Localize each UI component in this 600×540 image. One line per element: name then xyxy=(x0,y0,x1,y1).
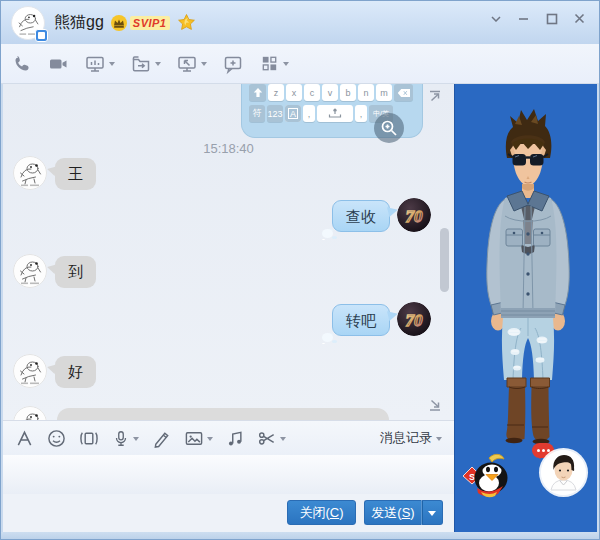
message-timestamp: 15:18:40 xyxy=(3,141,454,156)
message-bubble-incoming: 王 xyxy=(55,158,96,190)
contact-name: 熊猫gg xyxy=(54,12,104,33)
apps-dropdown[interactable] xyxy=(283,62,289,69)
window-controls xyxy=(486,9,589,28)
chat-column: zxcvbnm 符123A,,中/英 15:18:40 xyxy=(3,84,454,532)
message-row xyxy=(3,406,454,420)
video-call-button[interactable] xyxy=(47,53,69,75)
chat-scrollbar-thumb[interactable] xyxy=(440,228,449,292)
image-dropdown[interactable] xyxy=(207,437,213,444)
emoji-button[interactable] xyxy=(47,429,66,448)
message-bubble-outgoing: 查收 xyxy=(332,200,390,232)
message-list: zxcvbnm 符123A,,中/英 15:18:40 xyxy=(3,84,454,420)
keyboard-key-,: , xyxy=(355,105,367,122)
keyboard-key-b: b xyxy=(340,84,356,101)
peer-avatar[interactable] xyxy=(13,406,47,420)
history-dropdown-icon xyxy=(436,437,442,444)
keyboard-key-,: , xyxy=(303,105,315,122)
keyboard-key-c: c xyxy=(304,84,320,101)
screen-demo-dropdown[interactable] xyxy=(109,62,115,69)
qq-chat-window: 熊猫gg SVIP1 xyxy=(0,0,600,540)
vip-badge[interactable]: SVIP1 xyxy=(110,14,171,32)
scroll-to-bottom-icon[interactable] xyxy=(428,398,442,416)
keyboard-key-v: v xyxy=(322,84,338,101)
message-row: 好 xyxy=(3,354,454,394)
screen-demo-button[interactable] xyxy=(84,53,115,75)
send-button-group: 发送(S) xyxy=(364,500,443,525)
create-group-chat-button[interactable] xyxy=(222,53,244,75)
chat-options-dropdown-icon[interactable] xyxy=(486,9,505,28)
minimize-button[interactable] xyxy=(514,9,533,28)
composer-buttons: 关闭(C) 发送(S) xyxy=(3,494,454,531)
peer-avatar[interactable] xyxy=(13,254,47,288)
message-row: 到 xyxy=(3,254,454,294)
keyboard-key-123: 123 xyxy=(267,105,283,122)
apps-grid-button[interactable] xyxy=(259,53,289,74)
screenshot-dropdown[interactable] xyxy=(280,437,286,444)
voice-message-button[interactable] xyxy=(112,429,139,448)
send-options-dropdown[interactable] xyxy=(421,500,443,525)
doodle-pen-button[interactable] xyxy=(152,429,171,448)
remote-desktop-dropdown[interactable] xyxy=(201,62,207,69)
vip-level-label: SVIP1 xyxy=(130,16,171,30)
file-transfer-button[interactable] xyxy=(130,53,161,75)
composer-toolbar: 消息记录 xyxy=(3,420,454,455)
keyboard-key-m: m xyxy=(376,84,392,101)
file-transfer-dropdown[interactable] xyxy=(155,62,161,69)
self-avatar[interactable]: 70 xyxy=(397,302,431,336)
remote-desktop-button[interactable] xyxy=(176,53,207,75)
keyboard-key-符: 符 xyxy=(249,105,265,122)
magnifier-icon xyxy=(374,113,404,143)
mobile-device-badge-icon xyxy=(35,29,48,42)
screenshot-scissors-button[interactable] xyxy=(257,429,286,448)
titlebar: 熊猫gg SVIP1 xyxy=(1,1,599,44)
message-bubble-incoming xyxy=(57,408,389,420)
svg-text:S: S xyxy=(469,472,475,482)
message-row: 70 查收 xyxy=(3,198,454,238)
close-chat-button[interactable]: 关闭(C) xyxy=(287,500,356,525)
keyboard-key-n: n xyxy=(358,84,374,101)
window-bottom-border xyxy=(1,532,599,539)
message-bubble-outgoing: 转吧 xyxy=(332,304,390,336)
image-button[interactable] xyxy=(184,429,213,448)
peer-avatar[interactable] xyxy=(13,156,47,190)
keyboard-key-x: x xyxy=(286,84,302,101)
window-shake-button[interactable] xyxy=(79,429,99,448)
level-star-icon xyxy=(177,13,196,32)
main-area: zxcvbnm 符123A,,中/英 15:18:40 xyxy=(3,84,597,532)
svg-text:70: 70 xyxy=(406,311,424,330)
maximize-button[interactable] xyxy=(542,9,561,28)
voice-dropdown[interactable] xyxy=(133,437,139,444)
contact-avatar[interactable] xyxy=(11,6,45,40)
message-row: 王 xyxy=(3,156,454,196)
keyboard-row-1: zxcvbnm xyxy=(249,84,415,101)
message-history-label: 消息记录 xyxy=(380,429,432,447)
message-bubble-incoming: 好 xyxy=(55,356,96,388)
message-row: 70 转吧 xyxy=(3,302,454,342)
send-button[interactable]: 发送(S) xyxy=(364,500,421,525)
keyboard-key-A: A xyxy=(285,105,301,122)
keyboard-key-space xyxy=(317,105,353,122)
qq-show-panel: S xyxy=(454,84,597,532)
keyboard-key-shift xyxy=(249,84,266,101)
font-button[interactable] xyxy=(15,429,34,448)
call-toolbar xyxy=(1,44,599,84)
contact-photo-avatar[interactable] xyxy=(541,450,586,495)
close-button[interactable] xyxy=(570,9,589,28)
keyboard-key-z: z xyxy=(268,84,284,101)
qq-penguin-icon[interactable]: S xyxy=(461,452,513,498)
vip-crown-icon xyxy=(110,14,128,32)
message-history-button[interactable]: 消息记录 xyxy=(380,429,442,447)
voice-call-button[interactable] xyxy=(11,53,32,74)
peer-avatar[interactable] xyxy=(13,354,47,388)
self-avatar[interactable]: 70 xyxy=(397,198,431,232)
shared-keyboard-image: zxcvbnm 符123A,,中/英 xyxy=(241,84,423,138)
svg-text:70: 70 xyxy=(406,207,424,226)
message-input[interactable] xyxy=(3,455,454,494)
music-button[interactable] xyxy=(226,429,244,448)
keyboard-key-bksp xyxy=(394,84,413,101)
message-bubble-incoming: 到 xyxy=(55,256,96,288)
scroll-to-top-icon[interactable] xyxy=(428,88,442,106)
